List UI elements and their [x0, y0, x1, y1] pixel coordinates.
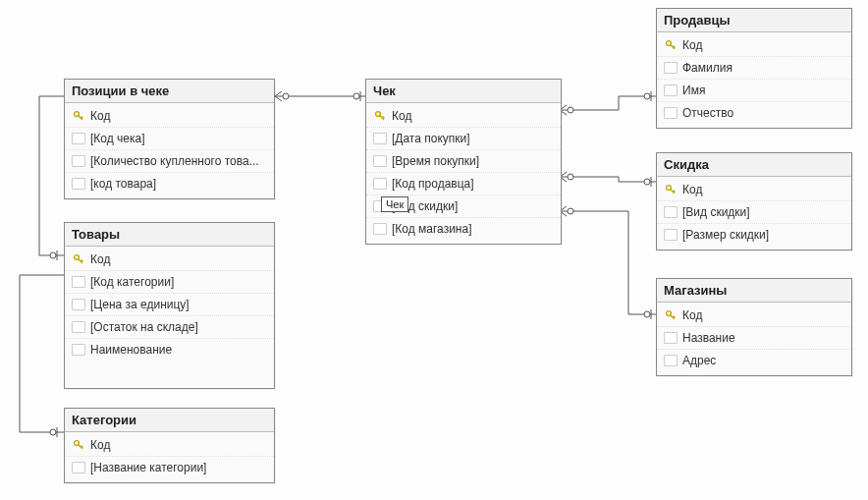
table-row[interactable]: [Остаток на складе]	[65, 315, 274, 338]
field-label: Код	[90, 436, 268, 454]
table-title: Товары	[65, 223, 274, 247]
field-icon	[71, 461, 86, 474]
field-label: [Код чека]	[90, 130, 268, 147]
table-body: Код [Дата покупки] [Время покупки] [Код …	[366, 103, 561, 244]
svg-point-8	[568, 174, 573, 180]
table-title: Чек	[366, 80, 561, 103]
table-row[interactable]: [Название категории]	[65, 456, 274, 478]
field-label: [Время покупки]	[392, 152, 555, 170]
field-label: Код	[90, 250, 268, 268]
field-icon	[663, 83, 678, 97]
field-label: Код	[392, 107, 555, 125]
table-check[interactable]: Чек Код [Дата покупки] [Время покупки] […	[365, 79, 562, 245]
table-body: Код [Код чека] [Количество купленного то…	[65, 103, 274, 198]
table-body: Код [Вид скидки] [Размер скидки]	[657, 177, 851, 250]
table-row[interactable]: Имя	[657, 79, 851, 101]
table-title: Категории	[65, 409, 274, 432]
table-row[interactable]: Код	[65, 105, 274, 127]
table-row[interactable]: Адрес	[657, 349, 851, 371]
svg-point-3	[50, 252, 56, 258]
table-categories[interactable]: Категории Код [Название категории]	[64, 408, 275, 483]
svg-point-7	[644, 93, 650, 99]
field-label: [Код продавца]	[392, 175, 555, 193]
table-discount[interactable]: Скидка Код [Вид скидки] [Размер скидки]	[656, 152, 852, 250]
table-row[interactable]: [Код продавца]	[366, 172, 561, 194]
table-positions[interactable]: Позиции в чеке Код [Код чека] [Количеств…	[64, 79, 275, 199]
table-sellers[interactable]: Продавцы Код Фамилия Имя Отчество	[656, 8, 852, 129]
field-label: [Название категории]	[90, 459, 268, 476]
table-row[interactable]: Наименование	[65, 338, 274, 361]
key-icon	[71, 252, 86, 266]
key-icon	[663, 183, 678, 196]
field-icon	[71, 275, 86, 289]
table-row[interactable]: Код	[657, 179, 851, 200]
field-label: [Количество купленного това...	[90, 152, 268, 170]
svg-point-9	[644, 179, 650, 185]
field-icon	[663, 331, 678, 345]
svg-point-1	[353, 93, 359, 99]
table-row[interactable]: [Цена за единицу]	[65, 293, 274, 315]
field-label: Имя	[682, 82, 845, 99]
field-label: [Цена за единицу]	[90, 296, 268, 313]
table-body: Код [Название категории]	[65, 432, 274, 482]
table-row[interactable]: [Количество купленного това...	[65, 149, 274, 172]
field-label: [код товара]	[90, 175, 268, 193]
field-label: [Вид скидки]	[682, 203, 845, 221]
field-icon	[372, 154, 388, 168]
key-icon	[663, 38, 678, 52]
field-icon	[71, 154, 86, 168]
table-row[interactable]: [Код чека]	[65, 127, 274, 149]
field-label: [Дата покупки]	[392, 130, 555, 147]
table-row[interactable]: Код	[657, 305, 851, 326]
table-row[interactable]: [Код магазина]	[366, 217, 561, 240]
svg-point-11	[644, 311, 650, 317]
table-stores[interactable]: Магазины Код Название Адрес	[656, 278, 852, 376]
table-row[interactable]: Код	[65, 249, 274, 270]
field-label: Адрес	[682, 352, 845, 369]
field-label: Код	[682, 36, 845, 54]
table-body: Код Название Адрес	[657, 303, 851, 375]
field-label: Фамилия	[682, 59, 845, 77]
svg-point-0	[283, 93, 289, 99]
table-row[interactable]: Название	[657, 326, 851, 349]
table-row[interactable]: [Вид скидки]	[657, 200, 851, 223]
table-row[interactable]: Код	[366, 105, 561, 127]
svg-point-5	[50, 429, 56, 435]
table-title: Магазины	[657, 279, 851, 303]
svg-point-10	[568, 208, 573, 214]
field-icon	[663, 228, 678, 242]
table-title: Скидка	[657, 153, 851, 177]
field-icon	[71, 298, 86, 311]
field-label: [Код категории]	[90, 273, 268, 291]
svg-point-6	[568, 107, 573, 113]
table-body: Код Фамилия Имя Отчество	[657, 32, 851, 128]
field-icon	[71, 320, 86, 334]
field-label: [Размер скидки]	[682, 226, 845, 244]
field-label: Название	[682, 329, 845, 347]
table-row[interactable]: [код товара]	[65, 172, 274, 194]
field-icon	[372, 177, 388, 191]
table-body: Код [Код категории] [Цена за единицу] [О…	[65, 247, 274, 364]
table-row[interactable]: Отчество	[657, 101, 851, 124]
field-icon	[71, 132, 86, 145]
table-row[interactable]: Фамилия	[657, 56, 851, 79]
table-row[interactable]: [Размер скидки]	[657, 223, 851, 246]
table-row[interactable]: [Код категории]	[65, 270, 274, 293]
field-label: Код	[90, 107, 268, 125]
tooltip-text: Чек	[386, 198, 404, 210]
key-icon	[372, 109, 388, 123]
table-row[interactable]: Код	[657, 34, 851, 56]
table-goods[interactable]: Товары Код [Код категории] [Цена за един…	[64, 222, 275, 389]
field-label: [Код магазина]	[392, 220, 555, 238]
field-label: Код	[682, 306, 845, 324]
field-icon	[663, 61, 678, 75]
field-icon	[663, 205, 678, 219]
table-row[interactable]: [Время покупки]	[366, 149, 561, 172]
field-icon	[71, 343, 86, 357]
field-icon	[663, 106, 678, 120]
table-row[interactable]: [Дата покупки]	[366, 127, 561, 149]
key-icon	[71, 109, 86, 123]
table-row[interactable]: Код	[65, 434, 274, 456]
key-icon	[71, 438, 86, 452]
key-icon	[663, 308, 678, 322]
